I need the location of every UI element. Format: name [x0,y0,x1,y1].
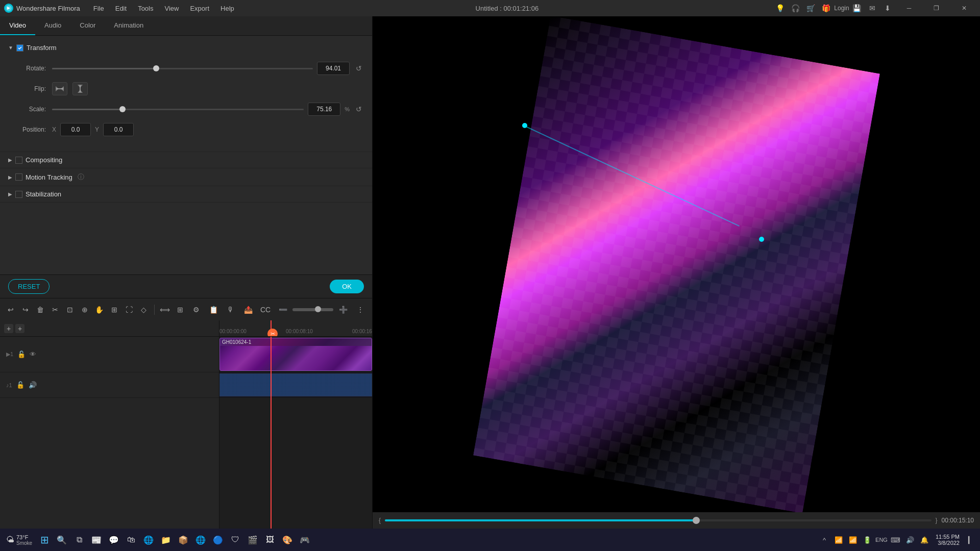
lightbulb-icon[interactable]: 💡 [775,3,786,14]
ok-button[interactable]: OK [330,280,364,293]
compositing-header[interactable]: ▶ Compositing [0,152,372,168]
flip-horizontal-button[interactable] [52,82,67,95]
stabilization-header[interactable]: ▶ Stabilization [0,186,372,202]
edge2-icon[interactable]: 🔵 [210,532,226,548]
progress-track[interactable] [385,519,932,521]
menu-help[interactable]: Help [215,4,239,13]
mic-icon[interactable]: 🎙 [223,302,238,317]
hand-tool[interactable]: ✋ [93,302,106,317]
scale-slider[interactable] [52,109,304,110]
keyboard-icon[interactable]: ⌨ [890,534,902,546]
dropbox-icon[interactable]: 📦 [175,532,191,548]
download-icon[interactable]: ⬇ [882,3,893,14]
menu-tools[interactable]: Tools [133,4,158,13]
clock[interactable]: 11:55 PM 3/8/2022 [933,534,963,546]
rotate-value[interactable]: 94.01 [317,62,350,75]
scale-value[interactable]: 75.16 [308,103,340,116]
zoom-slider[interactable] [292,308,333,311]
search-taskbar-icon[interactable]: 🔍 [54,532,70,548]
audio-track-1-volume-icon[interactable]: 🔊 [29,381,37,389]
close-button[interactable]: ✕ [952,0,976,16]
tab-audio[interactable]: Audio [35,16,70,35]
paint-icon[interactable]: 🎨 [279,532,296,548]
transform-checkbox[interactable] [16,44,23,52]
more-icon[interactable]: ⋮ [353,302,368,317]
video-track-1-visibility-icon[interactable]: 👁 [30,350,36,358]
crop-button[interactable]: ⊡ [63,302,76,317]
tab-color[interactable]: Color [70,16,105,35]
minimize-button[interactable]: ─ [897,0,921,16]
teams-icon[interactable]: 💬 [106,532,122,548]
export-icon[interactable]: 📤 [240,302,256,317]
audio-clip-1[interactable] [219,373,372,396]
photos-icon[interactable]: 🖼 [262,532,278,548]
add-audio-track[interactable]: + [15,324,24,333]
delete-button[interactable]: 🗑 [34,302,46,317]
shape-button[interactable]: ◇ [137,302,150,317]
filmora-taskbar-icon[interactable]: 🎬 [244,532,261,548]
save-icon[interactable]: 💾 [851,3,863,14]
tab-video[interactable]: Video [0,16,35,35]
hidden-icons-button[interactable]: ^ [818,534,830,546]
reset-button[interactable]: RESET [8,279,50,294]
multicam-button[interactable]: ⊞ [174,302,186,317]
tab-animation[interactable]: Animation [105,16,153,35]
volume-taskbar-icon[interactable]: 📶 [832,534,845,546]
motion-tracking-header[interactable]: ▶ Motion Tracking ⓘ [0,168,372,186]
motion-tracking-help-icon[interactable]: ⓘ [78,172,84,182]
settings-icon[interactable]: ⚙ [188,302,204,317]
zoom-in-button[interactable]: ⊕ [78,302,91,317]
wifi-taskbar-icon[interactable]: 📶 [847,534,859,546]
motion-tracking-checkbox[interactable] [15,173,22,181]
video-track-1-lock-icon[interactable]: 🔓 [17,350,26,358]
progress-thumb[interactable] [693,517,700,524]
scale-reset-icon[interactable]: ↺ [356,105,362,113]
menu-edit[interactable]: Edit [110,4,132,13]
edge-icon[interactable]: 🌐 [140,532,157,548]
audio-track-1-lock-icon[interactable]: 🔓 [16,381,24,389]
cc-icon[interactable]: CC [258,302,273,317]
headphones-icon[interactable]: 🎧 [790,3,801,14]
cut-button[interactable]: ✂ [48,302,61,317]
video-clip-1[interactable]: GH010624-1 [219,338,372,371]
rotate-reset-icon[interactable]: ↺ [356,64,362,72]
position-y-input[interactable]: 0.0 [103,123,134,136]
ime-icon[interactable]: ENG [875,537,888,543]
menu-export[interactable]: Export [185,4,214,13]
cart-icon[interactable]: 🛒 [805,3,817,14]
explorer-icon[interactable]: 📁 [158,532,174,548]
antivirus-icon[interactable]: 🛡 [227,532,243,548]
show-desktop-button[interactable]: ▎ [965,534,977,546]
notification-icon[interactable]: 🔔 [918,534,930,546]
menu-view[interactable]: View [159,4,184,13]
mail-icon[interactable]: ✉ [867,3,878,14]
fullscreen-button[interactable]: ⛶ [122,302,135,317]
maximize-button[interactable]: ❐ [925,0,948,16]
start-button[interactable]: ⊞ [36,532,53,548]
split-button[interactable]: ⊞ [108,302,120,317]
speaker-taskbar-icon[interactable]: 🔊 [904,534,916,546]
add-video-track[interactable]: + [4,324,13,333]
widgets-icon[interactable]: 📰 [88,532,105,548]
game-icon[interactable]: 🎮 [297,532,313,548]
zoom-minus-icon[interactable]: ➖ [275,302,290,317]
undo-button[interactable]: ↩ [4,302,17,317]
position-x-input[interactable]: 0.0 [60,123,91,136]
compositing-checkbox[interactable] [15,157,22,164]
redo-button[interactable]: ↪ [19,302,32,317]
zoom-plus-icon[interactable]: ➕ [335,302,351,317]
flip-vertical-button[interactable] [72,82,88,95]
login-btn[interactable]: Login [836,3,847,14]
battery-taskbar-icon[interactable]: 🔋 [861,534,873,546]
taskbar-weather[interactable]: 🌤 73°F Smoke [3,532,35,548]
chrome-icon[interactable]: 🌐 [192,532,209,548]
menu-file[interactable]: File [88,4,109,13]
taskview-icon[interactable]: ⧉ [71,532,87,548]
rotate-slider[interactable] [52,68,313,69]
store-icon[interactable]: 🛍 [123,532,139,548]
clip-icon[interactable]: 📋 [206,302,221,317]
stabilization-checkbox[interactable] [15,191,22,198]
gift-icon[interactable]: 🎁 [821,3,832,14]
align-button[interactable]: ⟺ [159,302,172,317]
transform-header[interactable]: ▼ Transform [0,40,372,56]
